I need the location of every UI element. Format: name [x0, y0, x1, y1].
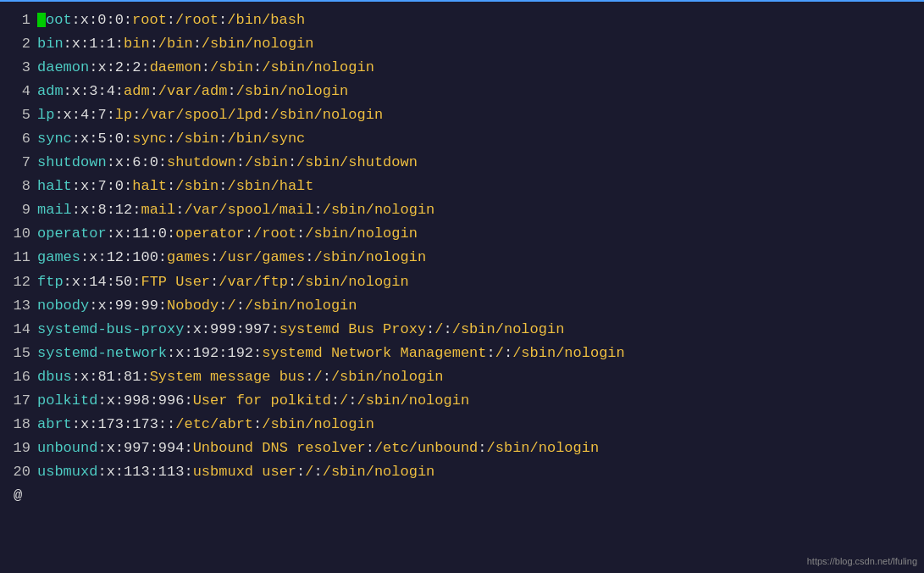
line-8: 8 halt:x:7:0:halt:/sbin:/sbin/halt: [7, 175, 924, 198]
line-14: 14 systemd-bus-proxy:x:999:997:systemd B…: [7, 318, 924, 342]
line-13: 13 nobody:x:99:99:Nobody:/:/sbin/nologin: [7, 294, 924, 318]
prompt-symbol: @: [14, 484, 22, 508]
line-number: 19: [7, 437, 30, 460]
line-number: 1: [7, 8, 30, 32]
line-number: 6: [7, 127, 30, 151]
prompt-line: @: [7, 484, 924, 508]
line-11: 11 games:x:12:100:games:/usr/games:/sbin…: [7, 246, 924, 270]
line-number: 13: [7, 294, 30, 318]
cursor: [37, 13, 46, 27]
line-number: 17: [7, 389, 30, 413]
line-number: 20: [7, 460, 30, 484]
line-content: oot:x:0:0:root:/root:/bin/bash: [37, 8, 305, 32]
line-number: 2: [7, 32, 30, 56]
line-12: 12 ftp:x:14:50:FTP User:/var/ftp:/sbin/n…: [7, 270, 924, 294]
line-number: 10: [7, 222, 30, 246]
line-number: 18: [7, 413, 30, 437]
line-number: 12: [7, 270, 30, 294]
line-6: 6 sync:x:5:0:sync:/sbin:/bin/sync: [7, 127, 924, 151]
line-19: 19 unbound:x:997:994:Unbound DNS resolve…: [7, 437, 924, 460]
line-number: 14: [7, 318, 30, 342]
watermark: https://blog.csdn.net/lfuling: [807, 556, 917, 566]
line-2: 2 bin:x:1:1:bin:/bin:/sbin/nologin: [7, 32, 924, 56]
line-number: 9: [7, 198, 30, 222]
line-17: 17 polkitd:x:998:996:User for polkitd:/:…: [7, 389, 924, 413]
line-1: 1 oot:x:0:0:root:/root:/bin/bash: [7, 8, 924, 32]
line-3: 3 daemon:x:2:2:daemon:/sbin:/sbin/nologi…: [7, 56, 924, 80]
line-number: 7: [7, 151, 30, 175]
line-number: 5: [7, 103, 30, 127]
line-number: 8: [7, 175, 30, 198]
line-20: 20 usbmuxd:x:113:113:usbmuxd user:/:/sbi…: [7, 460, 924, 484]
line-4: 4 adm:x:3:4:adm:/var/adm:/sbin/nologin: [7, 80, 924, 103]
line-number: 11: [7, 246, 30, 270]
line-18: 18 abrt:x:173:173::/etc/abrt:/sbin/nolog…: [7, 413, 924, 437]
line-number: 3: [7, 56, 30, 80]
line-9: 9 mail:x:8:12:mail:/var/spool/mail:/sbin…: [7, 198, 924, 222]
line-15: 15 systemd-network:x:192:192:systemd Net…: [7, 342, 924, 365]
line-number: 15: [7, 342, 30, 365]
terminal-window: 1 oot:x:0:0:root:/root:/bin/bash 2 bin:x…: [0, 0, 924, 573]
line-10: 10 operator:x:11:0:operator:/root:/sbin/…: [7, 222, 924, 246]
username: oot: [46, 12, 72, 28]
line-5: 5 lp:x:4:7:lp:/var/spool/lpd:/sbin/nolog…: [7, 103, 924, 127]
line-number: 4: [7, 80, 30, 103]
line-7: 7 shutdown:x:6:0:shutdown:/sbin:/sbin/sh…: [7, 151, 924, 175]
line-number: 16: [7, 365, 30, 389]
line-16: 16 dbus:x:81:81:System message bus:/:/sb…: [7, 365, 924, 389]
